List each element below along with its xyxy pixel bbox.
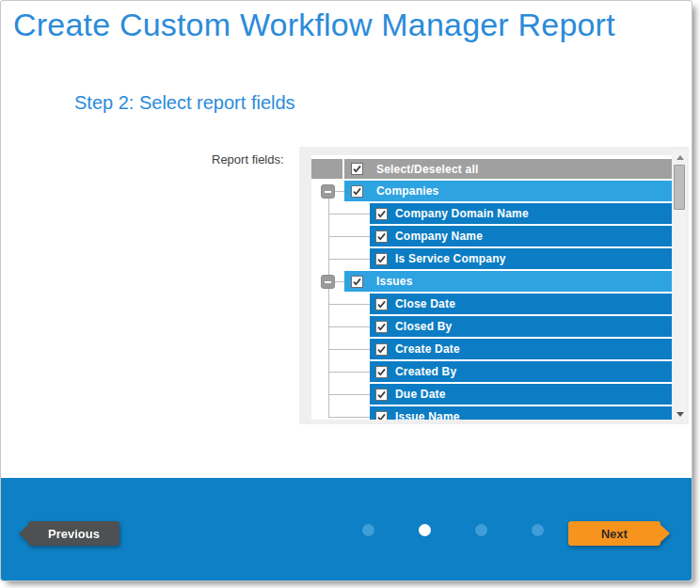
step-dot-4[interactable]: [532, 524, 544, 536]
collapse-companies-button[interactable]: [321, 184, 335, 199]
minus-icon: [325, 281, 331, 283]
checkbox-due-date[interactable]: [375, 389, 388, 401]
row-label: Companies: [376, 184, 438, 198]
page-title: Create Custom Workflow Manager Report: [13, 7, 615, 43]
wizard-window: Create Custom Workflow Manager Report St…: [0, 0, 692, 581]
tree-branch-line: [328, 394, 370, 395]
collapse-issues-button[interactable]: [321, 275, 335, 289]
tree-row-created-by[interactable]: Created By: [370, 361, 672, 382]
step-dot-2[interactable]: [419, 524, 431, 536]
tree-trunk-line: [328, 199, 329, 418]
previous-button-label: Previous: [28, 521, 119, 546]
scrollbar-thumb[interactable]: [674, 165, 685, 210]
tree-branch-line: [328, 349, 370, 350]
checkbox-close-date[interactable]: [375, 298, 388, 310]
checkbox-closed-by[interactable]: [375, 321, 388, 333]
checkbox-issue-name[interactable]: [375, 411, 388, 421]
tree-branch-line: [328, 214, 370, 215]
vertical-scrollbar[interactable]: [673, 150, 687, 421]
row-label: Select/Deselect all: [376, 163, 479, 176]
scroll-up-button[interactable]: [673, 151, 687, 164]
checkbox-create-date[interactable]: [375, 343, 388, 356]
report-fields-label: Report fields:: [212, 152, 284, 167]
checkbox-company-domain-name[interactable]: [375, 208, 388, 220]
previous-button[interactable]: Previous: [19, 521, 119, 546]
tree-branch-line: [328, 417, 370, 418]
step-dot-1[interactable]: [362, 524, 374, 536]
scroll-up-icon: [676, 155, 684, 160]
row-label: Issues: [376, 275, 413, 288]
tree-row-is-service-company[interactable]: Is Service Company: [370, 248, 672, 269]
checkbox-company-name[interactable]: [375, 230, 388, 243]
tree-row-company-name[interactable]: Company Name: [370, 226, 672, 246]
tree-branch-line: [328, 372, 370, 373]
next-button[interactable]: Next: [568, 521, 670, 546]
tree-branch-line: [328, 304, 370, 305]
next-button-label: Next: [568, 521, 660, 546]
checkbox-select-deselect-all[interactable]: [351, 163, 363, 175]
checkbox-created-by[interactable]: [375, 366, 388, 378]
row-label: Due Date: [395, 388, 446, 401]
tree-branch-line: [328, 259, 370, 260]
scroll-down-button[interactable]: [673, 407, 687, 421]
row-label: Created By: [395, 365, 456, 378]
row-label: Close Date: [395, 297, 455, 310]
wizard-footer: Previous Next: [1, 478, 692, 580]
tree-branch-line: [335, 191, 344, 192]
tree-branch-line: [328, 236, 370, 237]
tree-header-corner: [311, 159, 342, 179]
checkbox-companies[interactable]: [351, 185, 363, 198]
tree-row-create-date[interactable]: Create Date: [370, 339, 672, 359]
row-label: Closed By: [395, 320, 452, 333]
checkbox-is-service-company[interactable]: [375, 253, 388, 265]
tree-row-close-date[interactable]: Close Date: [370, 294, 672, 314]
row-label: Is Service Company: [395, 252, 506, 265]
tree-row-companies[interactable]: Companies: [344, 181, 672, 201]
row-label: Create Date: [395, 342, 460, 356]
row-label: Issue Name: [395, 410, 460, 420]
report-fields-listbox: Select/Deselect allCompaniesCompany Doma…: [299, 147, 689, 424]
tree-row-closed-by[interactable]: Closed By: [370, 316, 672, 337]
minus-icon: [325, 191, 331, 193]
checkbox-issues[interactable]: [351, 276, 363, 288]
tree-row-select-deselect-all[interactable]: Select/Deselect all: [344, 159, 672, 179]
tree-row-due-date[interactable]: Due Date: [370, 384, 672, 405]
tree-row-issue-name[interactable]: Issue Name: [370, 406, 672, 420]
next-arrow-tip-icon: [657, 521, 670, 546]
step-dot-3[interactable]: [475, 524, 487, 536]
tree-branch-line: [335, 281, 344, 282]
tree-branch-line: [328, 326, 370, 327]
tree-row-company-domain-name[interactable]: Company Domain Name: [370, 203, 672, 224]
row-label: Company Domain Name: [395, 207, 529, 220]
row-label: Company Name: [395, 230, 483, 243]
report-fields-tree: Select/Deselect allCompaniesCompany Doma…: [299, 147, 674, 420]
tree-row-issues[interactable]: Issues: [344, 271, 672, 292]
scroll-down-icon: [676, 412, 684, 417]
step-heading: Step 2: Select report fields: [74, 92, 295, 114]
step-indicator: [362, 524, 544, 536]
